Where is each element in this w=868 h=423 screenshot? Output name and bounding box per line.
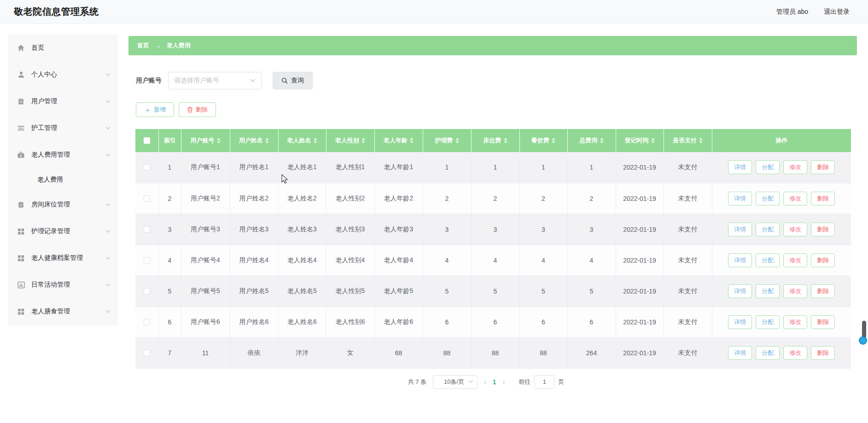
sidebar-item-5[interactable]: 老人费用 — [8, 168, 118, 191]
edit-button[interactable]: 修改 — [783, 315, 807, 329]
assign-button[interactable]: 分配 — [756, 315, 780, 329]
delete-button[interactable]: 删除 — [179, 102, 216, 117]
assign-button[interactable]: 分配 — [756, 253, 780, 267]
sidebar-item-7[interactable]: 护理记录管理 — [8, 218, 118, 245]
breadcrumb-home[interactable]: 首页 — [137, 41, 149, 50]
assign-button[interactable]: 分配 — [756, 346, 780, 360]
select-all-checkbox[interactable] — [144, 137, 150, 144]
next-page-button[interactable]: › — [503, 378, 505, 386]
assign-button[interactable]: 分配 — [756, 223, 780, 236]
current-page[interactable]: 1 — [493, 378, 496, 386]
goto-page-input[interactable] — [534, 375, 554, 389]
sidebar-item-10[interactable]: 老人膳食管理 — [8, 298, 118, 325]
column-header-8[interactable]: 餐饮费 — [519, 129, 567, 152]
row-checkbox[interactable] — [144, 164, 150, 170]
chevron-down-icon — [105, 153, 111, 157]
sort-carets-icon[interactable] — [552, 138, 555, 143]
detail-button[interactable]: 详情 — [728, 284, 752, 298]
sort-carets-icon[interactable] — [651, 138, 655, 143]
assign-button[interactable]: 分配 — [756, 192, 780, 206]
column-header-9[interactable]: 总费用 — [567, 129, 616, 152]
sidebar-item-label: 房间床位管理 — [31, 200, 70, 209]
row-select-cell — [135, 306, 158, 337]
detail-button[interactable]: 详情 — [728, 315, 752, 329]
prev-page-button[interactable]: ‹ — [484, 378, 486, 386]
select-all-header — [135, 129, 158, 152]
detail-button[interactable]: 详情 — [728, 223, 752, 236]
detail-button[interactable]: 详情 — [728, 160, 752, 174]
sidebar-item-3[interactable]: 护工管理 — [8, 115, 118, 141]
sidebar-item-8[interactable]: 老人健康档案管理 — [8, 245, 118, 271]
delete-row-button[interactable]: 删除 — [811, 284, 835, 298]
table-cell: 6 — [423, 306, 471, 337]
clipboard-icon — [17, 98, 25, 106]
table-row: 3用户账号3用户姓名3老人姓名3老人性别3老人年龄333332022-01-19… — [135, 214, 851, 245]
delete-row-button[interactable]: 删除 — [811, 192, 835, 206]
edit-button[interactable]: 修改 — [783, 160, 807, 174]
column-header-7[interactable]: 床位费 — [471, 129, 519, 152]
delete-row-button[interactable]: 删除 — [811, 346, 835, 360]
row-checkbox[interactable] — [144, 226, 150, 233]
page-size-value: 10条/页 — [440, 378, 468, 386]
table-cell: 4 — [423, 245, 471, 276]
row-actions-cell: 详情分配修改删除 — [712, 152, 851, 183]
detail-button[interactable]: 详情 — [728, 346, 752, 360]
row-checkbox[interactable] — [144, 257, 150, 264]
sidebar-item-1[interactable]: 个人中心 — [8, 61, 118, 88]
sort-carets-icon[interactable] — [455, 138, 459, 143]
sidebar-item-0[interactable]: 首页 — [8, 35, 118, 61]
sort-carets-icon[interactable] — [699, 138, 703, 143]
sort-carets-icon[interactable] — [314, 138, 317, 143]
row-checkbox[interactable] — [144, 350, 150, 356]
user-account-select[interactable]: 请选择用户账号 — [168, 72, 262, 89]
delete-row-button[interactable]: 删除 — [811, 160, 835, 174]
pagination: 共 7 条 10条/页 ‹ 1 › 前往 页 — [128, 375, 844, 389]
row-checkbox[interactable] — [144, 288, 150, 294]
sort-carets-icon[interactable] — [504, 138, 507, 143]
column-header-2[interactable]: 用户姓名 — [230, 129, 278, 152]
page-size-select[interactable]: 10条/页 — [433, 375, 478, 389]
delete-row-button[interactable]: 删除 — [811, 223, 835, 236]
edit-button[interactable]: 修改 — [783, 223, 807, 236]
column-header-6[interactable]: 护理费 — [423, 129, 471, 152]
table-cell: 1 — [567, 152, 616, 183]
detail-button[interactable]: 详情 — [728, 253, 752, 267]
add-button[interactable]: ＋ 新增 — [136, 102, 174, 117]
column-header-10[interactable]: 登记时间 — [616, 129, 664, 152]
breadcrumb: 首页 → 老人费用 — [128, 36, 857, 55]
edit-button[interactable]: 修改 — [783, 253, 807, 267]
sort-carets-icon[interactable] — [600, 138, 604, 143]
logout-link[interactable]: 退出登录 — [824, 8, 850, 16]
column-header-label: 老人性别 — [335, 136, 359, 145]
assign-button[interactable]: 分配 — [756, 160, 780, 174]
sort-carets-icon[interactable] — [217, 138, 221, 143]
edit-button[interactable]: 修改 — [783, 284, 807, 298]
column-header-5[interactable]: 老人年龄 — [374, 129, 423, 152]
sidebar-item-label: 老人费用 — [37, 176, 63, 184]
column-header-3[interactable]: 老人姓名 — [278, 129, 326, 152]
table-cell: 洋洋 — [278, 337, 326, 368]
sidebar-item-6[interactable]: 房间床位管理 — [8, 191, 118, 218]
sort-carets-icon[interactable] — [265, 138, 269, 143]
edit-button[interactable]: 修改 — [783, 192, 807, 206]
assign-button[interactable]: 分配 — [756, 284, 780, 298]
column-header-1[interactable]: 用户账号 — [181, 129, 230, 152]
table-cell: 老人年龄6 — [374, 306, 423, 337]
sidebar-item-4[interactable]: 老人费用管理 — [8, 141, 118, 168]
query-button[interactable]: 查询 — [273, 72, 313, 89]
table-cell: 88 — [519, 337, 567, 368]
sort-carets-icon[interactable] — [361, 138, 365, 143]
delete-row-button[interactable]: 删除 — [811, 253, 835, 267]
sidebar-item-9[interactable]: 日常活动管理 — [8, 271, 118, 298]
plus-icon: ＋ — [144, 106, 151, 113]
sort-carets-icon[interactable] — [410, 138, 414, 143]
row-checkbox[interactable] — [144, 319, 150, 325]
delete-row-button[interactable]: 删除 — [811, 315, 835, 329]
column-header-11[interactable]: 是否支付 — [664, 129, 712, 152]
row-checkbox[interactable] — [144, 195, 150, 202]
sidebar-item-label: 日常活动管理 — [31, 281, 70, 289]
detail-button[interactable]: 详情 — [728, 192, 752, 206]
sidebar-item-2[interactable]: 用户管理 — [8, 88, 118, 115]
edit-button[interactable]: 修改 — [783, 346, 807, 360]
column-header-4[interactable]: 老人性别 — [326, 129, 374, 152]
